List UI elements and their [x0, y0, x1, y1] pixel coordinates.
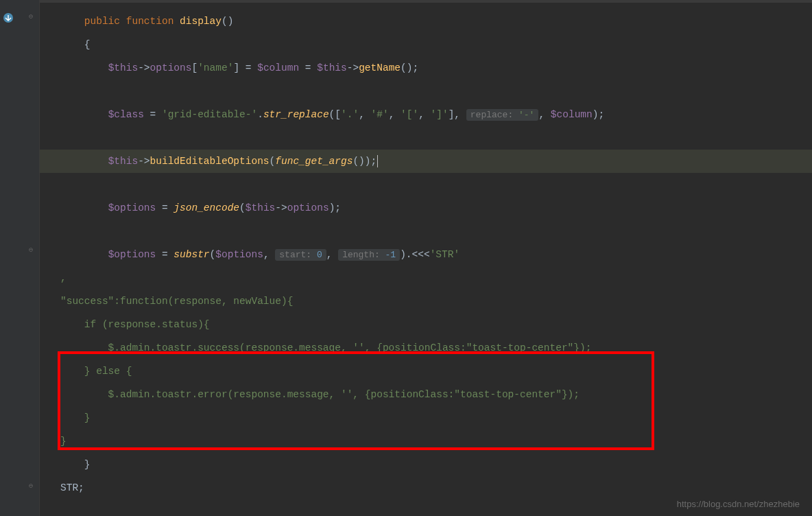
- code-line: $this->options['name'] = $column = $this…: [40, 56, 812, 80]
- code-line: }: [40, 406, 812, 430]
- code-line: STR;: [40, 476, 812, 500]
- editor-gutter: ⊖ ⊖ ⊖: [0, 0, 40, 516]
- code-line: }: [40, 430, 812, 453]
- override-icon: [3, 12, 14, 23]
- code-line: } else {: [40, 360, 812, 383]
- code-line: [40, 80, 812, 103]
- code-line: $.admin.toastr.success(response.message,…: [40, 336, 812, 360]
- fold-icon[interactable]: ⊖: [29, 482, 37, 490]
- code-line: }: [40, 453, 812, 476]
- code-line: [40, 220, 812, 243]
- code-line: $class = 'grid-editable-'.str_replace(['…: [40, 103, 812, 126]
- code-editor[interactable]: public function display() { $this->optio…: [40, 0, 812, 516]
- code-line: $options = json_encode($this->options);: [40, 196, 812, 220]
- code-line: $options = substr($options, start: 0, le…: [40, 243, 812, 266]
- code-line: public function display(): [40, 10, 812, 33]
- param-hint: length: -1: [338, 249, 400, 261]
- param-hint: start: 0: [275, 249, 326, 261]
- code-line: if (response.status){: [40, 313, 812, 336]
- code-line: ,: [40, 266, 812, 290]
- code-line: {: [40, 33, 812, 56]
- code-line: "success":function(response, newValue){: [40, 290, 812, 313]
- text-cursor: [377, 155, 378, 167]
- fold-icon[interactable]: ⊖: [29, 12, 37, 21]
- code-line: [40, 126, 812, 150]
- watermark-text: https://blog.csdn.net/zhezhebie: [677, 499, 800, 509]
- code-line: $.admin.toastr.error(response.message, '…: [40, 383, 812, 406]
- fold-icon[interactable]: ⊖: [29, 246, 37, 254]
- code-line-active: $this->buildEditableOptions(func_get_arg…: [40, 150, 812, 173]
- code-line: [40, 173, 812, 196]
- param-hint: replace: '-': [466, 109, 539, 121]
